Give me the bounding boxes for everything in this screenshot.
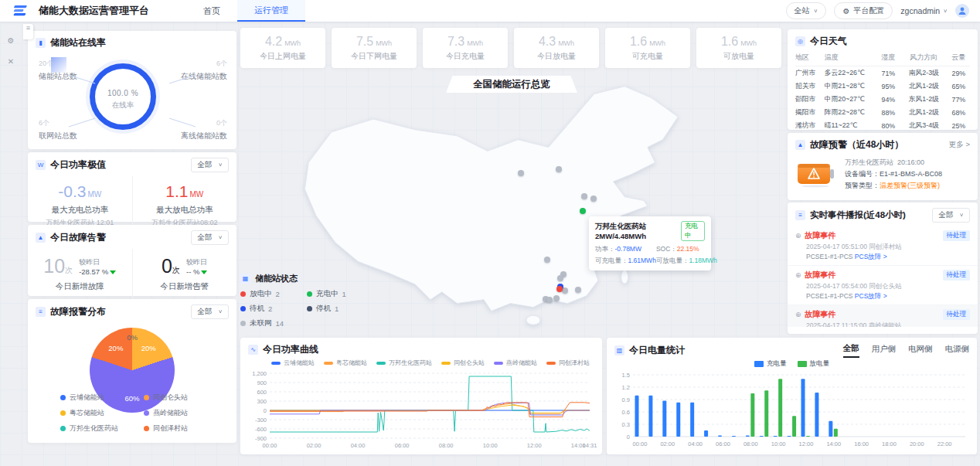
stat-card[interactable]: 4.2MWh今日上网电量 bbox=[240, 28, 325, 68]
bar bbox=[718, 435, 722, 437]
arrow-down-icon bbox=[110, 270, 116, 274]
settings-tool-button[interactable]: ⚙ bbox=[5, 35, 16, 46]
platform-config-button[interactable]: ⚙ 平台配置 bbox=[834, 2, 893, 19]
alarm-filter-select[interactable]: 全部 ∨ bbox=[191, 230, 229, 245]
nav-home[interactable]: 首页 bbox=[186, 0, 237, 22]
weather-col-header: 风力方向 bbox=[900, 50, 948, 66]
alarm-row: 10次较昨日-28.57 % bbox=[31, 255, 129, 277]
stat-unit: MWh bbox=[649, 39, 665, 47]
tab-0[interactable]: 全部 bbox=[843, 343, 859, 358]
fault-link[interactable]: PCS故障 bbox=[855, 292, 881, 300]
curve-legend-item[interactable]: 同创仑头站 bbox=[441, 359, 485, 367]
fault-alarm-panel: ▲ 今日故障告警 全部 ∨ 10次较昨日-28.57 %今日新增故障0次较昨日-… bbox=[28, 225, 236, 296]
chevron-down-icon: ∨ bbox=[218, 309, 223, 315]
bar bbox=[760, 436, 764, 437]
legend-dot bbox=[60, 395, 66, 400]
x-tick-label: 00:00 bbox=[633, 440, 648, 447]
close-tool-button[interactable]: ✕ bbox=[5, 56, 16, 66]
station-dot[interactable] bbox=[581, 193, 587, 199]
station-dot[interactable] bbox=[518, 170, 524, 176]
curve-legend-item[interactable]: 云埔储能站 bbox=[271, 359, 315, 367]
x-tick-label: 22:00 bbox=[937, 440, 952, 447]
bar-legend-item[interactable]: 放电量 bbox=[798, 359, 830, 369]
y-tick-label: -600 bbox=[255, 426, 267, 433]
curve-legend-item[interactable]: 同创泽村站 bbox=[546, 359, 590, 367]
nav-operation[interactable]: 运行管理 bbox=[237, 0, 305, 22]
status-count: 14 bbox=[276, 319, 284, 328]
alarm-compare: 较昨日-28.57 % bbox=[79, 257, 116, 276]
legend-label: 燕岭储能站 bbox=[153, 408, 188, 418]
bar bbox=[704, 430, 708, 437]
station-dot[interactable] bbox=[590, 196, 597, 202]
panel-collapse-handle[interactable]: ≡ bbox=[23, 24, 33, 39]
arrow-link[interactable]: > bbox=[883, 292, 887, 300]
stat-card[interactable]: 4.3MWh今日放电量 bbox=[514, 28, 599, 68]
legend-dot bbox=[60, 426, 66, 431]
warning-time: 20:16:00 bbox=[897, 158, 924, 166]
stat-card[interactable]: 1.6MWh可充电量 bbox=[605, 28, 690, 68]
avatar[interactable] bbox=[955, 4, 969, 18]
event-item[interactable]: ⊕故障事件待处理2025-04-17 05:54:00 同创仑头站PCSE1-#… bbox=[788, 266, 978, 305]
tab-3[interactable]: 电源侧 bbox=[945, 344, 970, 357]
station-dot[interactable] bbox=[553, 295, 560, 301]
event-item[interactable]: ⊕故障事件待处理2025-04-17 11:15:00 燕岭储能站PCSE1-#… bbox=[788, 305, 978, 327]
status-count: 1 bbox=[335, 304, 339, 313]
alarm-stat: 10次较昨日-28.57 %今日新增故障 bbox=[28, 249, 132, 300]
stat-value: 4.3MWh bbox=[539, 35, 574, 49]
bar-legend-item[interactable]: 充电量 bbox=[754, 359, 787, 369]
curve-legend-item[interactable]: 粤芯储能站 bbox=[324, 359, 367, 367]
arrow-link[interactable]: > bbox=[883, 253, 887, 260]
station-dot[interactable] bbox=[556, 286, 563, 292]
line-chart-icon: ∿ bbox=[248, 345, 258, 355]
energy-stats-header: ▥ 今日电量统计 全部用户侧电网侧电源侧 bbox=[607, 338, 977, 359]
station-dot[interactable] bbox=[575, 287, 581, 293]
curve-legend-item[interactable]: 万邦生化医药站 bbox=[376, 359, 432, 367]
power-filter-select[interactable]: 全部 ∨ bbox=[191, 158, 229, 172]
x-tick-label: 14:00 bbox=[826, 440, 841, 447]
station-dot[interactable] bbox=[546, 297, 553, 303]
station-dot[interactable] bbox=[556, 166, 562, 172]
stat-card[interactable]: 7.3MWh今日充电量 bbox=[423, 28, 508, 68]
stat-card[interactable]: 7.5MWh今日下网电量 bbox=[332, 28, 417, 68]
bar-chart-icon: ▥ bbox=[614, 345, 624, 355]
stat-unit: MWh bbox=[558, 39, 574, 47]
x-tick-label: 04:00 bbox=[688, 440, 703, 447]
online-rate-panel: ▮ 储能站在线率 100.0 % 在线率 20个 储能站总数 6个 在线储能站数… bbox=[28, 31, 236, 149]
pending-badge[interactable]: 待处理 bbox=[943, 230, 971, 241]
tab-2[interactable]: 电网侧 bbox=[908, 344, 933, 357]
legend-label: 燕岭储能站 bbox=[506, 359, 537, 367]
events-filter-select[interactable]: 全部 ∨ bbox=[932, 208, 970, 223]
filter-value: 全部 bbox=[197, 307, 212, 317]
tab-1[interactable]: 用户侧 bbox=[872, 344, 897, 357]
stat-card[interactable]: 1.6MWh可放电量 bbox=[696, 28, 781, 68]
alarm-compare: 较昨日-- % bbox=[186, 257, 207, 276]
event-type: 故障事件 bbox=[805, 309, 836, 320]
pie-zero-label: 0% bbox=[127, 333, 138, 342]
legend-marker bbox=[798, 361, 807, 367]
power-curve-panel: ∿ 今日功率曲线 云埔储能站粤芯储能站万邦生化医药站同创仑头站燕岭储能站同创泽村… bbox=[240, 338, 602, 454]
user-menu[interactable]: zgcnadmin ∨ bbox=[900, 6, 948, 15]
fault-alarm-title: 今日故障告警 bbox=[50, 231, 106, 244]
status-legend-item: 未联网14 bbox=[240, 318, 307, 328]
station-dot[interactable] bbox=[557, 275, 563, 281]
weather-col-header: 温度 bbox=[825, 50, 876, 66]
legend-label: 放电量 bbox=[810, 359, 830, 369]
weather-cell: 68% bbox=[948, 106, 970, 119]
station-dot[interactable] bbox=[580, 208, 586, 214]
more-link[interactable]: 更多 > bbox=[949, 140, 970, 150]
weather-table: 地区温度湿度风力方向云量 广州市多云22~26℃71%南风2-3级29%韶关市中… bbox=[795, 50, 970, 145]
status-legend-header: ▦ 储能站状态 bbox=[240, 273, 379, 284]
pending-badge[interactable]: 待处理 bbox=[943, 270, 971, 281]
station-dot[interactable] bbox=[544, 257, 550, 263]
event-item[interactable]: ⊕故障事件待处理2025-04-17 05:51:00 同创泽村站PCSE1-#… bbox=[788, 226, 978, 266]
bar bbox=[690, 403, 694, 437]
bar bbox=[764, 390, 768, 437]
fault-link[interactable]: PCS故障 bbox=[855, 253, 881, 260]
stat-cards-row: 4.2MWh今日上网电量7.5MWh今日下网电量7.3MWh今日充电量4.3MW… bbox=[240, 28, 781, 68]
curve-legend-item[interactable]: 燕岭储能站 bbox=[494, 359, 537, 367]
pending-badge[interactable]: 待处理 bbox=[943, 309, 971, 320]
event-time-station: 2025-04-17 05:54:00 同创仑头站 bbox=[806, 282, 970, 291]
distribution-filter-select[interactable]: 全部 ∨ bbox=[191, 304, 229, 319]
storage-icon: ▮ bbox=[36, 38, 46, 48]
site-selector[interactable]: 全站 ∨ bbox=[786, 2, 827, 19]
